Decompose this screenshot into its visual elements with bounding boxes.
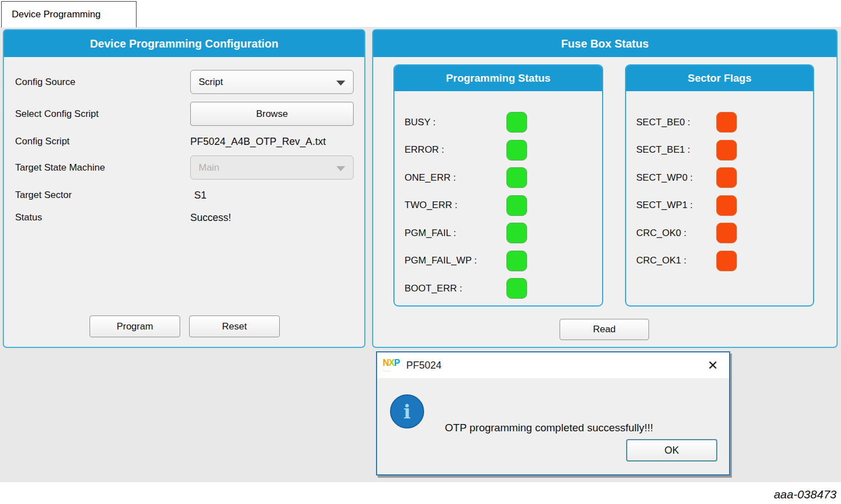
- chevron-down-icon: [336, 166, 345, 171]
- program-button[interactable]: Program: [90, 315, 180, 337]
- config-script-value: PF5024_A4B_OTP_Rev_A.txt: [190, 136, 354, 148]
- status-item-label: PGM_FAIL :: [405, 228, 506, 239]
- led-indicator: [716, 140, 737, 161]
- status-item-label: SECT_WP1 :: [636, 200, 716, 211]
- status-item: CRC_OK0 :: [626, 219, 813, 247]
- led-indicator: [506, 140, 527, 161]
- panel-title: Fuse Box Status: [373, 30, 837, 57]
- nxp-logo-icon: NXP .....: [383, 359, 400, 372]
- chevron-down-icon: [336, 81, 345, 86]
- programming-status-subpanel: Programming Status BUSY : ERROR : ONE_ER…: [393, 64, 603, 307]
- status-item: SECT_WP1 :: [626, 192, 813, 220]
- status-label: Status: [15, 212, 42, 223]
- dialog-message: OTP programming completed successfully!!…: [445, 422, 653, 434]
- status-item-label: ERROR :: [405, 144, 506, 156]
- config-source-label: Config Source: [15, 77, 76, 88]
- status-item-label: BUSY :: [405, 117, 506, 128]
- nxp-logo-letter: P: [394, 358, 400, 368]
- status-item-label: SECT_BE1 :: [636, 144, 716, 156]
- config-source-row: Config Source Script: [4, 70, 364, 94]
- status-item: SECT_BE1 :: [626, 136, 813, 164]
- status-item: PGM_FAIL :: [394, 219, 602, 247]
- screen: Device Programming Device Programming Co…: [0, 0, 841, 504]
- led-indicator: [716, 167, 737, 188]
- status-item: SECT_WP0 :: [626, 164, 813, 192]
- config-source-value: Script: [199, 77, 223, 88]
- status-item-label: CRC_OK0 :: [636, 228, 716, 239]
- tab-device-programming[interactable]: Device Programming: [1, 1, 137, 27]
- browse-button[interactable]: Browse: [190, 102, 354, 126]
- led-indicator: [716, 223, 737, 243]
- read-button[interactable]: Read: [560, 319, 649, 340]
- sector-flags-list: SECT_BE0 : SECT_BE1 : SECT_WP0 : SECT_WP…: [626, 91, 813, 275]
- target-state-machine-row: Target State Machine Main: [4, 156, 364, 180]
- status-item-label: BOOT_ERR :: [405, 283, 506, 294]
- led-indicator: [716, 251, 737, 271]
- status-item: SECT_BE0 :: [626, 109, 813, 136]
- status-item: TWO_ERR :: [394, 192, 602, 220]
- led-indicator: [716, 112, 737, 133]
- led-indicator: [506, 223, 527, 243]
- led-indicator: [716, 195, 737, 216]
- status-item: CRC_OK1 :: [626, 247, 813, 275]
- status-value: Success!: [190, 212, 354, 224]
- led-indicator: [506, 112, 527, 133]
- figure-reference: aaa-038473: [774, 488, 837, 501]
- status-item: PGM_FAIL_WP :: [394, 247, 602, 275]
- led-indicator: [506, 251, 527, 271]
- sector-flags-subpanel: Sector Flags SECT_BE0 : SECT_BE1 : SECT_…: [625, 64, 814, 307]
- status-item: BOOT_ERR :: [394, 275, 602, 303]
- nxp-logo-letter: X: [389, 358, 394, 368]
- programming-status-list: BUSY : ERROR : ONE_ERR : TWO_ERR : PGM_F…: [394, 91, 602, 303]
- status-item: BUSY :: [394, 109, 602, 136]
- config-source-dropdown[interactable]: Script: [190, 70, 354, 94]
- status-item-label: CRC_OK1 :: [636, 255, 716, 266]
- nxp-logo-letter: N: [383, 358, 389, 368]
- status-item: ERROR :: [394, 136, 602, 164]
- led-indicator: [506, 167, 527, 188]
- dialog-title: PF5024: [406, 360, 441, 371]
- config-script-row: Config Script PF5024_A4B_OTP_Rev_A.txt: [4, 134, 364, 149]
- select-config-script-row: Select Config Script Browse: [4, 102, 364, 126]
- status-item-label: PGM_FAIL_WP :: [405, 255, 506, 266]
- config-script-label: Config Script: [15, 136, 69, 147]
- dialog-titlebar: NXP ..... PF5024 ✕: [377, 352, 729, 378]
- status-item-label: SECT_WP0 :: [636, 172, 716, 183]
- nxp-logo-dots: .....: [383, 368, 400, 372]
- tab-label: Device Programming: [2, 2, 136, 27]
- subpanel-title: Sector Flags: [626, 65, 813, 91]
- subpanel-title: Programming Status: [394, 65, 602, 91]
- info-icon: i: [390, 394, 424, 428]
- status-item-label: SECT_BE0 :: [636, 117, 716, 128]
- led-indicator: [506, 195, 527, 216]
- close-icon[interactable]: ✕: [704, 357, 721, 374]
- panel-title: Device Programming Configuration: [4, 30, 364, 57]
- pf5024-dialog: NXP ..... PF5024 ✕ i OTP programming com…: [376, 351, 730, 475]
- target-state-machine-label: Target State Machine: [15, 162, 105, 173]
- target-sector-label: Target Sector: [15, 190, 72, 201]
- target-sector-value: S1: [194, 190, 358, 201]
- target-state-machine-value: Main: [199, 162, 219, 173]
- status-row: Status Success!: [4, 210, 364, 225]
- target-state-machine-dropdown: Main: [190, 156, 354, 180]
- device-programming-configuration-panel: Device Programming Configuration Config …: [3, 29, 365, 348]
- status-item-label: ONE_ERR :: [405, 172, 506, 183]
- led-indicator: [506, 278, 527, 299]
- fuse-box-status-panel: Fuse Box Status Programming Status BUSY …: [372, 29, 838, 348]
- status-item: ONE_ERR :: [394, 164, 602, 192]
- target-sector-row: Target Sector S1: [4, 188, 364, 202]
- select-config-script-label: Select Config Script: [15, 109, 98, 120]
- reset-button[interactable]: Reset: [189, 315, 280, 337]
- ok-button[interactable]: OK: [626, 439, 717, 461]
- status-item-label: TWO_ERR :: [405, 200, 506, 211]
